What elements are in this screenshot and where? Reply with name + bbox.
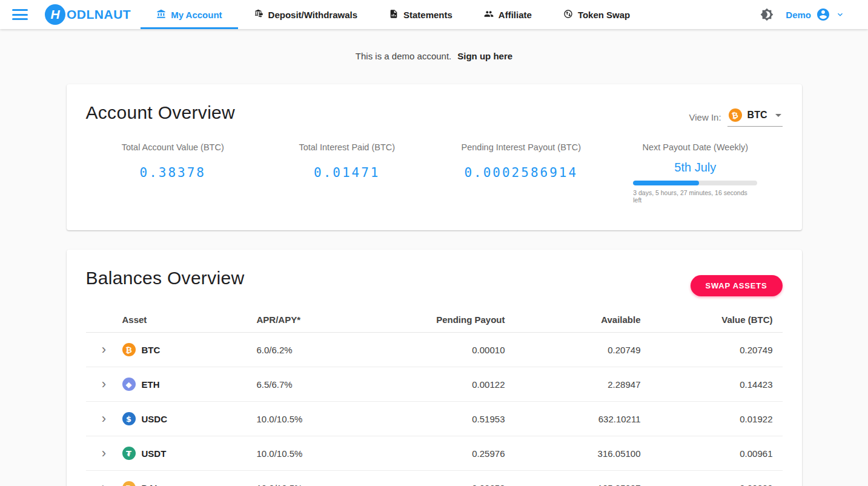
tab-deposit-withdrawals[interactable]: Deposit/Withdrawals	[238, 0, 373, 29]
balances-table-row[interactable]: › Ð DAI 10.0/10.5% 0.08658 105.35037 0.0…	[86, 471, 783, 486]
apr-apy-value: 6.0/6.2%	[257, 345, 354, 355]
tab-token-swap[interactable]: Token Swap	[548, 0, 646, 29]
payout-progress-bar	[633, 181, 757, 185]
asset-icon: ₮	[122, 447, 136, 460]
payout-progress-fill	[633, 181, 699, 185]
avatar-icon	[816, 7, 830, 22]
available-value: 2.28947	[505, 379, 641, 390]
balances-table-row[interactable]: › ◆ ETH 6.5/6.7% 0.00122 2.28947 0.14423	[86, 367, 783, 402]
menu-icon[interactable]	[12, 9, 28, 20]
stat-value: 0.0002586914	[434, 165, 609, 180]
sign-up-link[interactable]: Sign up here	[457, 51, 512, 61]
view-in-value: BTC	[747, 110, 767, 121]
balances-table-header: Asset APR/APY* Pending Payout Available …	[86, 307, 783, 333]
payout-countdown: 3 days, 5 hours, 27 minutes, 16 seconds …	[633, 189, 757, 204]
stat-label: Total Account Value (BTC)	[86, 142, 260, 152]
stat-total-interest-paid: Total Interest Paid (BTC) 0.01471	[260, 142, 434, 204]
tab-label: Statements	[403, 10, 452, 20]
col-available: Available	[505, 315, 641, 325]
value-btc: 0.01922	[641, 414, 773, 424]
col-value-btc: Value (BTC)	[641, 315, 773, 325]
stat-label: Total Interest Paid (BTC)	[260, 142, 434, 152]
value-btc: 0.00320	[641, 483, 773, 486]
tab-my-account[interactable]: My Account	[141, 0, 237, 29]
hodlnaut-logo-icon: H	[45, 4, 65, 25]
dropdown-arrow-icon	[775, 114, 781, 117]
balances-table: Asset APR/APY* Pending Payout Available …	[86, 307, 783, 486]
apr-apy-value: 10.0/10.5%	[257, 414, 354, 424]
swap-circle-icon	[563, 9, 573, 21]
apr-apy-value: 6.5/6.7%	[257, 379, 354, 390]
asset-name: USDC	[142, 414, 168, 424]
stat-next-payout-date: Next Payout Date (Weekly) 5th July 3 day…	[608, 142, 783, 204]
value-btc: 0.00961	[641, 448, 773, 459]
nav-right-group: Demo	[760, 7, 868, 22]
asset-name: DAI	[142, 483, 157, 486]
tab-label: Token Swap	[578, 10, 630, 20]
stat-pending-interest-payout: Pending Interest Payout (BTC) 0.00025869…	[434, 142, 609, 204]
pending-payout-value: 0.00122	[354, 379, 505, 390]
tab-label: My Account	[171, 10, 222, 20]
balances-table-row[interactable]: › ₿ BTC 6.0/6.2% 0.00010 0.20749 0.20749	[86, 333, 783, 367]
expand-chevron-icon[interactable]: ›	[97, 481, 111, 486]
value-btc: 0.14423	[641, 379, 773, 390]
balances-overview-title: Balances Overview	[86, 268, 245, 288]
document-icon	[389, 9, 399, 21]
demo-notice-text: This is a demo account.	[356, 51, 451, 61]
available-value: 316.05100	[505, 448, 641, 459]
expand-chevron-icon[interactable]: ›	[97, 447, 111, 460]
expand-chevron-icon[interactable]: ›	[97, 412, 111, 425]
tab-label: Affiliate	[499, 10, 532, 20]
available-value: 0.20749	[505, 345, 641, 355]
apr-apy-value: 10.0/10.5%	[257, 448, 354, 459]
user-name: Demo	[786, 10, 811, 20]
stat-value: 0.38378	[86, 165, 260, 180]
dark-mode-toggle-icon[interactable]	[760, 8, 774, 21]
account-overview-title: Account Overview	[86, 102, 236, 123]
pending-payout-value: 0.51953	[354, 414, 505, 424]
bank-transfer-icon	[254, 9, 263, 21]
people-icon	[484, 9, 494, 21]
available-value: 632.10211	[505, 414, 641, 424]
nav-tabs: My Account Deposit/Withdrawals Statement…	[141, 0, 646, 29]
asset-icon: ◆	[122, 378, 136, 391]
swap-assets-button[interactable]: SWAP ASSETS	[691, 275, 783, 296]
next-payout-date-value: 5th July	[608, 161, 783, 175]
btc-icon: ₿	[729, 108, 742, 122]
asset-icon: ₿	[122, 343, 136, 356]
stat-total-account-value: Total Account Value (BTC) 0.38378	[86, 142, 260, 204]
view-in-label: View In:	[689, 112, 721, 122]
hodlnaut-logo[interactable]: H ODLNAUT	[45, 4, 131, 25]
tab-label: Deposit/Withdrawals	[268, 10, 357, 20]
pending-payout-value: 0.08658	[354, 483, 505, 486]
apr-apy-value: 10.0/10.5%	[257, 483, 354, 486]
col-apr-apy: APR/APY*	[257, 315, 354, 325]
pending-payout-value: 0.25976	[354, 448, 505, 459]
hodlnaut-logo-text: ODLNAUT	[67, 7, 131, 22]
asset-name: BTC	[142, 345, 161, 355]
stat-label: Next Payout Date (Weekly)	[608, 142, 783, 152]
tab-affiliate[interactable]: Affiliate	[468, 0, 548, 29]
balances-table-row[interactable]: › ₮ USDT 10.0/10.5% 0.25976 316.05100 0.…	[86, 436, 783, 471]
stat-value: 0.01471	[260, 165, 434, 180]
expand-chevron-icon[interactable]: ›	[97, 343, 111, 356]
asset-name: USDT	[142, 448, 167, 459]
asset-name: ETH	[142, 379, 160, 390]
col-asset: Asset	[122, 315, 257, 325]
demo-account-notice: This is a demo account.Sign up here	[0, 29, 868, 61]
chevron-down-icon	[835, 10, 845, 19]
available-value: 105.35037	[505, 483, 641, 486]
stat-label: Pending Interest Payout (BTC)	[434, 142, 609, 152]
user-menu[interactable]: Demo	[786, 7, 845, 22]
balances-overview-card: Balances Overview SWAP ASSETS Asset APR/…	[67, 250, 802, 486]
value-btc: 0.20749	[641, 345, 773, 355]
asset-icon: Ð	[122, 481, 136, 486]
asset-icon: $	[122, 412, 136, 425]
tab-statements[interactable]: Statements	[373, 0, 468, 29]
view-in-currency-select[interactable]: ₿ BTC	[727, 107, 783, 127]
bank-icon	[156, 9, 166, 21]
expand-chevron-icon[interactable]: ›	[97, 378, 111, 391]
col-pending-payout: Pending Payout	[354, 315, 505, 325]
balances-table-row[interactable]: › $ USDC 10.0/10.5% 0.51953 632.10211 0.…	[86, 402, 783, 436]
top-navigation: H ODLNAUT My Account Deposit/Withdrawals…	[0, 0, 868, 29]
